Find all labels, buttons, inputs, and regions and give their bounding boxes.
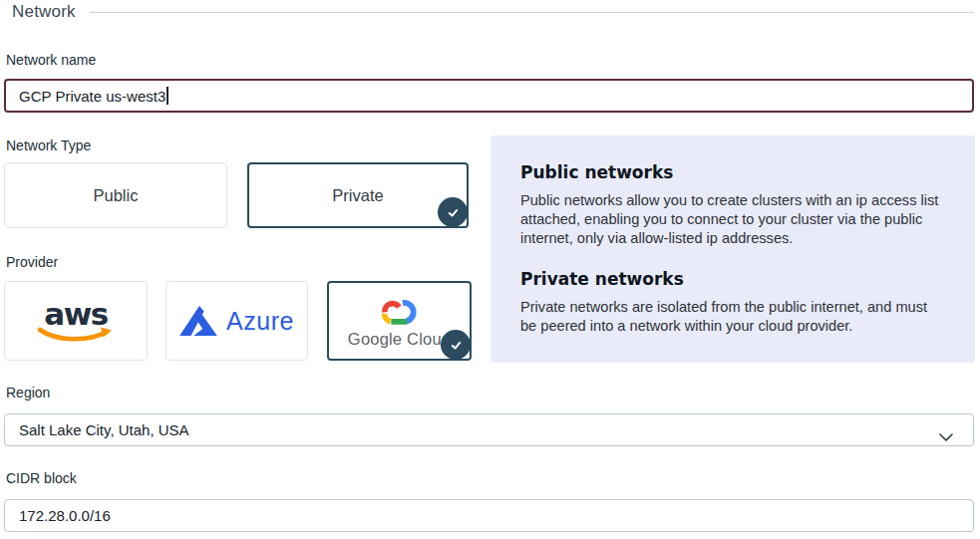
google-cloud-logo-label: Google Cloud <box>348 330 451 349</box>
network-type-option-label: Private <box>332 186 383 205</box>
network-name-label: Network name <box>6 52 96 68</box>
section-title: Network <box>12 2 76 22</box>
network-type-info-panel: Public networks Public networks allow yo… <box>490 135 975 363</box>
provider-label: Provider <box>6 254 58 270</box>
region-label: Region <box>6 385 50 401</box>
cidr-value: 172.28.0.0/16 <box>19 507 111 524</box>
network-type-option-public[interactable]: Public <box>4 162 227 228</box>
region-value: Salt Lake City, Utah, USA <box>19 421 189 438</box>
cidr-label: CIDR block <box>6 470 77 486</box>
aws-smile-icon <box>37 327 115 344</box>
network-type-option-label: Public <box>94 186 139 205</box>
region-select[interactable]: Salt Lake City, Utah, USA <box>4 413 974 446</box>
azure-logo-label: Azure <box>226 307 294 336</box>
network-type-label: Network Type <box>6 137 91 153</box>
aws-logo: aws <box>44 299 108 330</box>
section-divider <box>90 12 974 13</box>
azure-logo-icon <box>179 305 217 337</box>
cidr-input[interactable]: 172.28.0.0/16 <box>4 499 974 532</box>
network-name-value: GCP Private us-west3 <box>19 88 165 105</box>
section-header: Network <box>12 2 974 22</box>
info-heading-private: Private networks <box>520 269 947 289</box>
chevron-down-icon <box>939 427 953 444</box>
google-cloud-logo-icon <box>377 293 423 329</box>
check-icon <box>438 197 468 227</box>
info-body-private: Private networks are isolated from the p… <box>520 298 947 336</box>
text-caret <box>166 87 168 105</box>
provider-option-aws[interactable]: aws <box>4 281 148 361</box>
network-type-option-private[interactable]: Private <box>247 162 469 228</box>
network-name-input[interactable]: GCP Private us-west3 <box>4 79 974 113</box>
info-heading-public: Public networks <box>520 162 947 182</box>
info-body-public: Public networks allow you to create clus… <box>520 191 947 248</box>
provider-option-google-cloud[interactable]: Google Cloud <box>327 281 472 361</box>
network-form: Network Network name GCP Private us-west… <box>0 0 980 539</box>
check-icon <box>441 330 471 360</box>
provider-option-azure[interactable]: Azure <box>165 281 308 361</box>
